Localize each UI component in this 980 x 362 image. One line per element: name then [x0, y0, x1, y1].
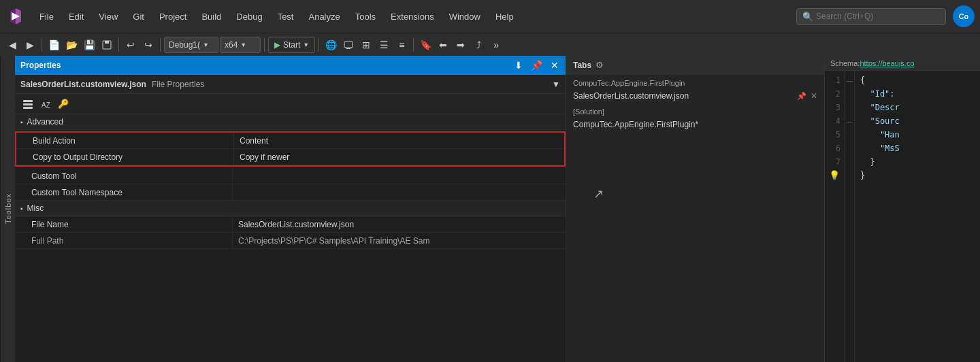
schema-url[interactable]: https://beaujs.co: [860, 59, 914, 67]
file-info-chevron-icon[interactable]: ▼: [552, 80, 560, 89]
line-num-3: 3: [829, 101, 840, 114]
custom-tool-value: [233, 168, 566, 184]
more-btn[interactable]: »: [488, 37, 504, 53]
back-button[interactable]: ◀: [4, 37, 20, 53]
properties-title: Properties: [20, 61, 61, 70]
search-box[interactable]: 🔍: [796, 8, 946, 25]
bookmark-btn[interactable]: 🔖: [417, 37, 434, 53]
build-action-value[interactable]: Content: [234, 133, 564, 148]
config-dropdown[interactable]: Debug1( ▼: [164, 37, 218, 53]
file-name-row[interactable]: File Name SalesOrderList.customview.json: [15, 216, 566, 233]
forward-button[interactable]: ▶: [22, 37, 38, 53]
line-num-6: 6: [829, 142, 840, 155]
svg-rect-4: [23, 100, 33, 102]
platform-label: x64: [225, 40, 238, 50]
fold-4[interactable]: —: [845, 114, 854, 128]
menu-view[interactable]: View: [92, 9, 125, 24]
menu-analyze[interactable]: Analyze: [301, 9, 346, 24]
new-file-button[interactable]: 📄: [46, 37, 62, 53]
menu-tools[interactable]: Tools: [348, 9, 382, 24]
svg-text:AZ: AZ: [42, 101, 50, 109]
alphabetic-icon[interactable]: AZ: [38, 97, 53, 112]
svg-rect-1: [105, 41, 109, 44]
misc-label: Misc: [27, 203, 44, 213]
indent-btn[interactable]: ☰: [376, 37, 392, 53]
highlighted-properties-group: Build Action Content Copy to Output Dire…: [15, 131, 566, 167]
close-panel-icon[interactable]: ✕: [549, 59, 560, 72]
lightbulb-icon[interactable]: 💡: [829, 169, 840, 182]
tab-file-entry[interactable]: SalesOrderList.customview.json 📌 ✕: [566, 88, 824, 103]
menu-window[interactable]: Window: [442, 9, 487, 24]
redo-button[interactable]: ↪: [140, 37, 157, 53]
menu-edit[interactable]: Edit: [62, 9, 91, 24]
schema-bar: Schema: https://beaujs.co: [825, 56, 980, 71]
custom-tool-ns-row[interactable]: Custom Tool Namespace: [15, 184, 566, 201]
svg-rect-3: [346, 48, 350, 49]
main-area: Toolbox Properties ⬇ 📌 ✕ SalesOrderList.…: [0, 56, 980, 362]
config-label: Debug1(: [169, 40, 200, 50]
tab-pin-icon[interactable]: 📌: [797, 92, 806, 101]
nav2-btn[interactable]: ➡: [453, 37, 469, 53]
tabs-gear-icon[interactable]: ⚙: [595, 60, 604, 70]
device-btn[interactable]: [340, 37, 357, 53]
code-lines[interactable]: { "Id": "Descr "Sourc "Han "MsS: [855, 71, 980, 362]
tabs-empty-area: ↗: [566, 132, 824, 362]
copy-output-row[interactable]: Copy to Output Directory Copy if newer: [16, 149, 564, 165]
indent2-btn[interactable]: ≡: [393, 37, 410, 53]
save-all-button[interactable]: [99, 37, 115, 53]
fold-1[interactable]: —: [845, 73, 854, 87]
menu-extensions[interactable]: Extensions: [384, 9, 441, 24]
properties-file-name: SalesOrderList.customview.json: [20, 80, 146, 89]
pin-icon[interactable]: 📌: [529, 59, 544, 72]
menu-git[interactable]: Git: [126, 9, 151, 24]
custom-tool-ns-value: [233, 184, 566, 200]
toolbox-label: Toolbox: [4, 194, 12, 225]
file-name-key: File Name: [15, 216, 233, 232]
tab-close-icon[interactable]: ✕: [811, 91, 817, 101]
properties-icon[interactable]: 🔑: [56, 97, 71, 112]
start-button[interactable]: ▶ Start ▼: [268, 37, 315, 53]
save-button[interactable]: 💾: [81, 37, 97, 53]
svg-rect-6: [23, 107, 33, 109]
build-action-row[interactable]: Build Action Content: [16, 133, 564, 149]
user-avatar: Co: [953, 5, 975, 27]
tabs-panel: Tabs ⚙ CompuTec.AppEngine.FirstPlugin Sa…: [566, 56, 825, 362]
svg-rect-2: [344, 42, 353, 48]
advanced-section-header[interactable]: ▪ Advanced: [15, 114, 566, 130]
file-info-bar: SalesOrderList.customview.json File Prop…: [15, 75, 566, 94]
menu-test[interactable]: Test: [271, 9, 301, 24]
properties-header: Properties ⬇ 📌 ✕: [15, 56, 566, 75]
nav1-btn[interactable]: ⬅: [435, 37, 451, 53]
open-button[interactable]: 📂: [63, 37, 80, 53]
full-path-row[interactable]: Full Path C:\Projects\PS\PF\C# Samples\A…: [15, 233, 566, 249]
build-action-key: Build Action: [16, 133, 234, 148]
full-path-value: C:\Projects\PS\PF\C# Samples\API Trainin…: [233, 233, 566, 248]
toolbox-sidebar[interactable]: Toolbox: [0, 56, 15, 362]
pin-down-icon[interactable]: ⬇: [513, 59, 524, 72]
code-line-4: "Sourc: [860, 114, 975, 128]
nav3-btn[interactable]: ⤴: [470, 37, 487, 53]
custom-tool-row[interactable]: Custom Tool: [15, 168, 566, 184]
line-num-5: 5: [829, 128, 840, 142]
categorize-icon[interactable]: [20, 97, 35, 112]
menu-help[interactable]: Help: [489, 9, 521, 24]
toolbar-sep-6: [413, 38, 414, 52]
search-input[interactable]: [816, 12, 925, 21]
schema-label: Schema:: [830, 59, 860, 67]
solution-entry[interactable]: CompuTec.AppEngine.FirstPlugin*: [566, 117, 824, 132]
menu-project[interactable]: Project: [152, 9, 193, 24]
menu-debug[interactable]: Debug: [229, 9, 269, 24]
custom-tool-key: Custom Tool: [15, 168, 233, 184]
menu-build[interactable]: Build: [195, 9, 228, 24]
properties-table: ▪ Advanced Build Action Content Copy to …: [15, 114, 566, 362]
code-line-8: }: [860, 169, 975, 182]
copy-output-value[interactable]: Copy if newer: [234, 149, 564, 165]
svg-rect-5: [23, 103, 33, 105]
undo-button[interactable]: ↩: [122, 37, 139, 53]
platform-dropdown[interactable]: x64 ▼: [220, 37, 261, 53]
layout-btn[interactable]: ⊞: [358, 37, 374, 53]
browser-btn[interactable]: 🌐: [323, 37, 339, 53]
full-path-key: Full Path: [15, 233, 233, 248]
misc-section-header[interactable]: ▪ Misc: [15, 201, 566, 216]
menu-file[interactable]: File: [33, 9, 61, 24]
